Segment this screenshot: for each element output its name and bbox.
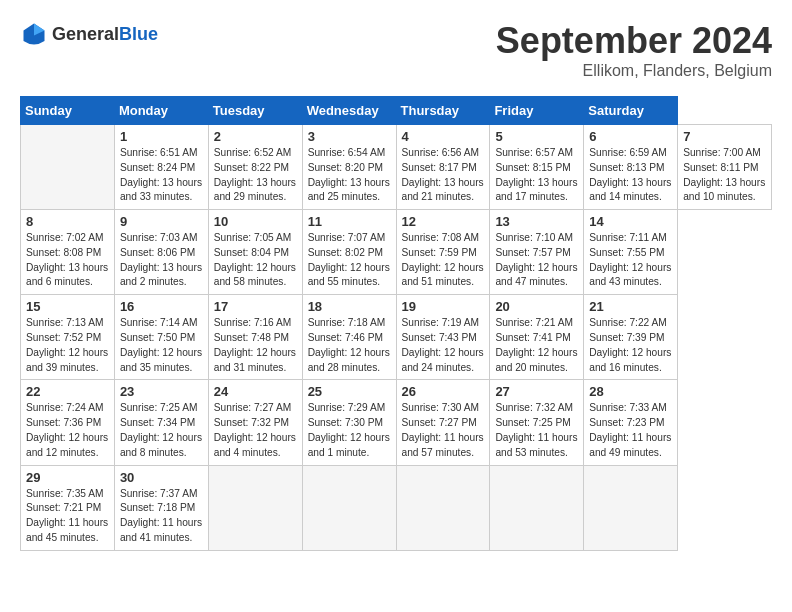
calendar-week-1: 8Sunrise: 7:02 AMSunset: 8:08 PMDaylight… [21,210,772,295]
day-number: 12 [402,214,485,229]
logo-text: GeneralBlue [52,24,158,45]
day-info: Sunrise: 7:21 AMSunset: 7:41 PMDaylight:… [495,316,578,375]
calendar-cell: 25Sunrise: 7:29 AMSunset: 7:30 PMDayligh… [302,380,396,465]
calendar-cell: 17Sunrise: 7:16 AMSunset: 7:48 PMDayligh… [208,295,302,380]
day-info: Sunrise: 6:59 AMSunset: 8:13 PMDaylight:… [589,146,672,205]
header-wednesday: Wednesday [302,97,396,125]
calendar-cell: 20Sunrise: 7:21 AMSunset: 7:41 PMDayligh… [490,295,584,380]
day-number: 19 [402,299,485,314]
day-info: Sunrise: 6:56 AMSunset: 8:17 PMDaylight:… [402,146,485,205]
day-info: Sunrise: 7:16 AMSunset: 7:48 PMDaylight:… [214,316,297,375]
day-info: Sunrise: 7:24 AMSunset: 7:36 PMDaylight:… [26,401,109,460]
day-info: Sunrise: 7:07 AMSunset: 8:02 PMDaylight:… [308,231,391,290]
day-info: Sunrise: 7:11 AMSunset: 7:55 PMDaylight:… [589,231,672,290]
day-info: Sunrise: 7:37 AMSunset: 7:18 PMDaylight:… [120,487,203,546]
calendar-cell: 9Sunrise: 7:03 AMSunset: 8:06 PMDaylight… [114,210,208,295]
header-tuesday: Tuesday [208,97,302,125]
day-info: Sunrise: 7:10 AMSunset: 7:57 PMDaylight:… [495,231,578,290]
calendar-cell [302,465,396,550]
day-info: Sunrise: 7:19 AMSunset: 7:43 PMDaylight:… [402,316,485,375]
day-number: 14 [589,214,672,229]
calendar-cell [490,465,584,550]
day-number: 22 [26,384,109,399]
day-number: 28 [589,384,672,399]
calendar-cell: 29Sunrise: 7:35 AMSunset: 7:21 PMDayligh… [21,465,115,550]
day-number: 30 [120,470,203,485]
day-info: Sunrise: 7:32 AMSunset: 7:25 PMDaylight:… [495,401,578,460]
day-info: Sunrise: 6:51 AMSunset: 8:24 PMDaylight:… [120,146,203,205]
day-number: 1 [120,129,203,144]
calendar-cell: 14Sunrise: 7:11 AMSunset: 7:55 PMDayligh… [584,210,678,295]
day-info: Sunrise: 7:03 AMSunset: 8:06 PMDaylight:… [120,231,203,290]
calendar-cell: 23Sunrise: 7:25 AMSunset: 7:34 PMDayligh… [114,380,208,465]
day-info: Sunrise: 7:25 AMSunset: 7:34 PMDaylight:… [120,401,203,460]
day-info: Sunrise: 7:13 AMSunset: 7:52 PMDaylight:… [26,316,109,375]
day-info: Sunrise: 7:14 AMSunset: 7:50 PMDaylight:… [120,316,203,375]
day-number: 27 [495,384,578,399]
day-number: 10 [214,214,297,229]
day-number: 2 [214,129,297,144]
calendar-cell: 13Sunrise: 7:10 AMSunset: 7:57 PMDayligh… [490,210,584,295]
day-info: Sunrise: 6:57 AMSunset: 8:15 PMDaylight:… [495,146,578,205]
calendar-cell: 10Sunrise: 7:05 AMSunset: 8:04 PMDayligh… [208,210,302,295]
calendar-cell: 27Sunrise: 7:32 AMSunset: 7:25 PMDayligh… [490,380,584,465]
calendar-cell: 6Sunrise: 6:59 AMSunset: 8:13 PMDaylight… [584,125,678,210]
calendar-cell: 22Sunrise: 7:24 AMSunset: 7:36 PMDayligh… [21,380,115,465]
calendar-cell: 7Sunrise: 7:00 AMSunset: 8:11 PMDaylight… [678,125,772,210]
calendar-cell: 4Sunrise: 6:56 AMSunset: 8:17 PMDaylight… [396,125,490,210]
header-sunday: Sunday [21,97,115,125]
day-info: Sunrise: 7:08 AMSunset: 7:59 PMDaylight:… [402,231,485,290]
calendar-cell: 15Sunrise: 7:13 AMSunset: 7:52 PMDayligh… [21,295,115,380]
calendar-cell: 11Sunrise: 7:07 AMSunset: 8:02 PMDayligh… [302,210,396,295]
day-number: 13 [495,214,578,229]
day-info: Sunrise: 7:27 AMSunset: 7:32 PMDaylight:… [214,401,297,460]
day-number: 26 [402,384,485,399]
day-number: 18 [308,299,391,314]
calendar-week-0: 1Sunrise: 6:51 AMSunset: 8:24 PMDaylight… [21,125,772,210]
header-monday: Monday [114,97,208,125]
day-info: Sunrise: 6:54 AMSunset: 8:20 PMDaylight:… [308,146,391,205]
calendar-cell: 21Sunrise: 7:22 AMSunset: 7:39 PMDayligh… [584,295,678,380]
day-number: 21 [589,299,672,314]
calendar-cell: 16Sunrise: 7:14 AMSunset: 7:50 PMDayligh… [114,295,208,380]
logo-blue: Blue [119,24,158,44]
day-number: 8 [26,214,109,229]
day-info: Sunrise: 7:29 AMSunset: 7:30 PMDaylight:… [308,401,391,460]
calendar-cell: 3Sunrise: 6:54 AMSunset: 8:20 PMDaylight… [302,125,396,210]
calendar-week-2: 15Sunrise: 7:13 AMSunset: 7:52 PMDayligh… [21,295,772,380]
header-friday: Friday [490,97,584,125]
calendar-cell: 19Sunrise: 7:19 AMSunset: 7:43 PMDayligh… [396,295,490,380]
header-thursday: Thursday [396,97,490,125]
logo: GeneralBlue [20,20,158,48]
header-saturday: Saturday [584,97,678,125]
day-info: Sunrise: 7:05 AMSunset: 8:04 PMDaylight:… [214,231,297,290]
day-number: 6 [589,129,672,144]
day-number: 9 [120,214,203,229]
calendar-cell: 30Sunrise: 7:37 AMSunset: 7:18 PMDayligh… [114,465,208,550]
calendar-cell [396,465,490,550]
day-info: Sunrise: 7:18 AMSunset: 7:46 PMDaylight:… [308,316,391,375]
calendar-cell: 1Sunrise: 6:51 AMSunset: 8:24 PMDaylight… [114,125,208,210]
day-number: 20 [495,299,578,314]
calendar-cell: 2Sunrise: 6:52 AMSunset: 8:22 PMDaylight… [208,125,302,210]
day-number: 16 [120,299,203,314]
day-info: Sunrise: 6:52 AMSunset: 8:22 PMDaylight:… [214,146,297,205]
calendar-cell: 18Sunrise: 7:18 AMSunset: 7:46 PMDayligh… [302,295,396,380]
calendar-cell [584,465,678,550]
day-number: 29 [26,470,109,485]
calendar-cell: 26Sunrise: 7:30 AMSunset: 7:27 PMDayligh… [396,380,490,465]
day-number: 17 [214,299,297,314]
day-info: Sunrise: 7:02 AMSunset: 8:08 PMDaylight:… [26,231,109,290]
day-number: 7 [683,129,766,144]
calendar-cell [21,125,115,210]
day-number: 24 [214,384,297,399]
day-number: 15 [26,299,109,314]
calendar-table: SundayMondayTuesdayWednesdayThursdayFrid… [20,96,772,551]
day-number: 23 [120,384,203,399]
day-number: 5 [495,129,578,144]
logo-general: General [52,24,119,44]
day-info: Sunrise: 7:00 AMSunset: 8:11 PMDaylight:… [683,146,766,205]
calendar-cell: 24Sunrise: 7:27 AMSunset: 7:32 PMDayligh… [208,380,302,465]
day-number: 4 [402,129,485,144]
day-info: Sunrise: 7:30 AMSunset: 7:27 PMDaylight:… [402,401,485,460]
